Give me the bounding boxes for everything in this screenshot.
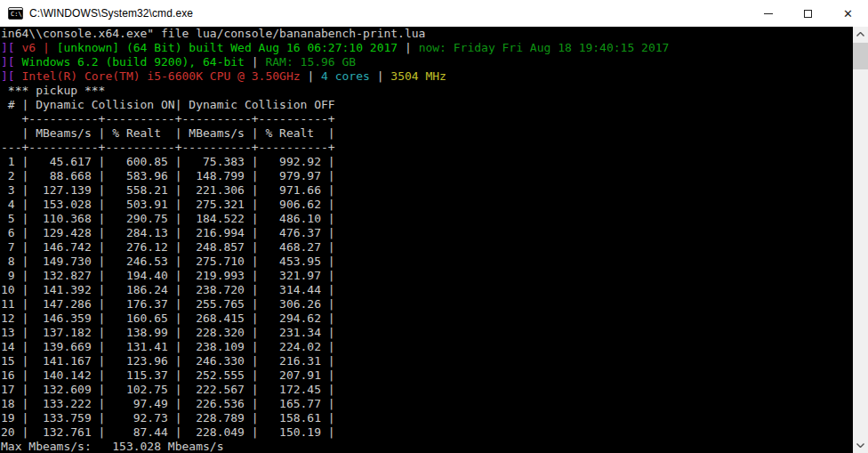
console-line: 14 | 139.669 | 131.41 | 238.109 | 224.02… bbox=[1, 340, 853, 354]
console-line: 2 | 88.668 | 583.96 | 148.799 | 979.97 | bbox=[1, 169, 853, 183]
console-line: 19 | 133.759 | 92.73 | 228.789 | 158.61 … bbox=[1, 411, 853, 425]
console-line: # | Dynamic Collision ON| Dynamic Collis… bbox=[1, 98, 853, 112]
cmd-icon-text: C:\_ bbox=[11, 11, 23, 18]
console-line: 11 | 147.286 | 176.37 | 255.765 | 306.26… bbox=[1, 297, 853, 311]
title-bar[interactable]: C:\_ C:\WINDOWS\System32\cmd.exe ✕ bbox=[0, 0, 868, 27]
cmd-icon: C:\_ bbox=[8, 7, 23, 20]
scroll-down-button[interactable] bbox=[853, 438, 868, 453]
console-area: in64\\console.x64.exe" file lua/console/… bbox=[0, 27, 868, 453]
console-line: 12 | 146.359 | 160.65 | 268.415 | 294.62… bbox=[1, 311, 853, 326]
console-line: 4 | 153.028 | 503.91 | 275.321 | 906.62 … bbox=[1, 198, 853, 212]
console-line: ][ Windows 6.2 (build 9200), 64-bit | RA… bbox=[1, 55, 853, 69]
console-line: 9 | 132.827 | 194.40 | 219.993 | 321.97 … bbox=[1, 269, 853, 283]
chevron-up-icon bbox=[856, 32, 864, 36]
console-line: 7 | 146.742 | 276.12 | 248.857 | 468.27 … bbox=[1, 240, 853, 255]
console-line: +----------+----------+----------+------… bbox=[1, 112, 853, 126]
window-title: C:\WINDOWS\System32\cmd.exe bbox=[29, 7, 193, 20]
close-button[interactable]: ✕ bbox=[828, 0, 868, 27]
console-output[interactable]: in64\\console.x64.exe" file lua/console/… bbox=[0, 27, 853, 453]
console-line: 18 | 133.222 | 97.49 | 226.536 | 165.77 … bbox=[1, 397, 853, 411]
console-line: 1 | 45.617 | 600.85 | 75.383 | 992.92 | bbox=[1, 155, 853, 169]
vertical-scrollbar bbox=[853, 27, 868, 453]
console-line: ][ v6 | [unknown] (64 Bit) built Wed Aug… bbox=[1, 41, 853, 55]
minimize-button[interactable] bbox=[748, 0, 788, 27]
chevron-down-icon bbox=[856, 443, 864, 448]
maximize-icon bbox=[804, 10, 812, 18]
cmd-window: C:\_ C:\WINDOWS\System32\cmd.exe ✕ in64\… bbox=[0, 0, 868, 453]
console-line: 13 | 137.182 | 138.99 | 228.320 | 231.34… bbox=[1, 326, 853, 340]
console-line: 20 | 132.761 | 87.44 | 228.049 | 150.19 … bbox=[1, 425, 853, 440]
console-line: | MBeams/s | % Realt | MBeams/s | % Real… bbox=[1, 126, 853, 141]
maximize-button[interactable] bbox=[788, 0, 828, 27]
console-line: 6 | 129.428 | 284.13 | 216.994 | 476.37 … bbox=[1, 226, 853, 240]
minimize-icon bbox=[764, 13, 773, 14]
scroll-track[interactable] bbox=[853, 42, 868, 438]
console-line: *** pickup *** bbox=[1, 84, 853, 98]
scroll-thumb[interactable] bbox=[853, 43, 868, 69]
scroll-up-button[interactable] bbox=[853, 27, 868, 42]
console-line: 8 | 149.730 | 246.53 | 275.710 | 453.95 … bbox=[1, 255, 853, 269]
console-line: 5 | 110.368 | 290.75 | 184.522 | 486.10 … bbox=[1, 212, 853, 226]
close-icon: ✕ bbox=[843, 8, 853, 20]
window-controls: ✕ bbox=[748, 0, 868, 27]
console-line: Max Mbeams/s: 153.028 Mbeams/s bbox=[1, 440, 853, 453]
console-line: 16 | 140.142 | 115.37 | 252.555 | 207.91… bbox=[1, 368, 853, 383]
console-line: 15 | 141.167 | 123.96 | 246.330 | 216.31… bbox=[1, 354, 853, 368]
console-line: ---+----------+----------+----------+---… bbox=[1, 141, 853, 155]
console-line: 17 | 132.609 | 102.75 | 222.567 | 172.45… bbox=[1, 383, 853, 397]
console-line: 10 | 141.392 | 186.24 | 238.720 | 314.44… bbox=[1, 283, 853, 297]
console-line: in64\\console.x64.exe" file lua/console/… bbox=[1, 27, 853, 41]
console-line: 3 | 127.139 | 558.21 | 221.306 | 971.66 … bbox=[1, 183, 853, 198]
console-line: ][ Intel(R) Core(TM) i5-6600K CPU @ 3.50… bbox=[1, 69, 853, 84]
